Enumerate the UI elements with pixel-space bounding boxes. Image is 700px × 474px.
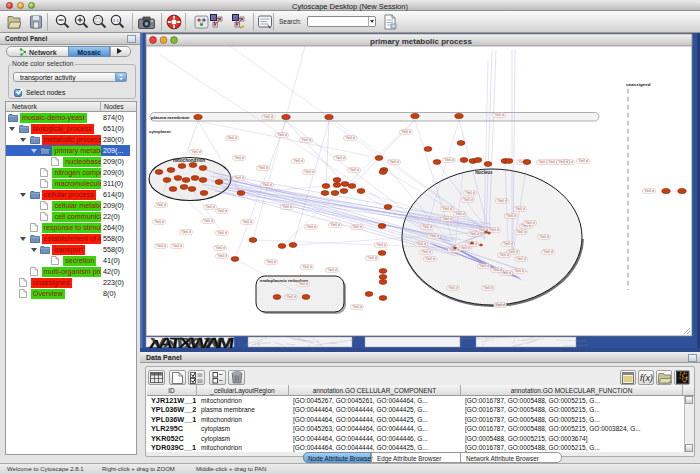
svg-text:Ybr0 d: Ybr0 d [401, 130, 411, 134]
svg-text:Ybr0 d: Ybr0 d [172, 244, 182, 248]
svg-text:Ybr0 d: Ybr0 d [503, 242, 513, 246]
svg-text:Ybr0 d: Ybr0 d [492, 268, 502, 272]
svg-text:unassigned: unassigned [626, 82, 651, 87]
svg-text:Ybr0 d: Ybr0 d [203, 219, 213, 223]
svg-text:Ybr0 d: Ybr0 d [514, 269, 524, 273]
svg-text:Ybr0 d: Ybr0 d [367, 256, 377, 260]
svg-text:Ybr0 d: Ybr0 d [258, 166, 268, 170]
svg-text:Ybr0 d: Ybr0 d [293, 159, 303, 163]
svg-text:Ybr0 d: Ybr0 d [444, 158, 454, 162]
svg-text:Ybr0 d: Ybr0 d [495, 303, 505, 307]
svg-text:Ybr0 d: Ybr0 d [306, 225, 316, 229]
svg-text:Ybr0 d: Ybr0 d [349, 168, 359, 172]
svg-text:Ybr0 d: Ybr0 d [154, 220, 164, 224]
svg-text:Ybr0 d: Ybr0 d [330, 223, 340, 227]
svg-text:Ybr0 d: Ybr0 d [217, 209, 227, 213]
svg-text:Ybr0 d: Ybr0 d [286, 295, 296, 299]
svg-text:Ybr0 d: Ybr0 d [644, 189, 654, 193]
svg-text:Ybr0 d: Ybr0 d [469, 232, 479, 236]
svg-text:Ybr0 d: Ybr0 d [234, 156, 244, 160]
svg-text:Ybr0 d: Ybr0 d [217, 231, 227, 235]
svg-text:Ybr0 d: Ybr0 d [422, 225, 432, 229]
svg-text:Ybr0 d: Ybr0 d [429, 234, 439, 238]
svg-text:nucleus: nucleus [475, 170, 493, 175]
svg-text:1:1: 1:1 [113, 18, 119, 23]
svg-text:Ybr0 d: Ybr0 d [425, 257, 435, 261]
svg-text:Ybr0 d: Ybr0 d [479, 264, 489, 268]
svg-text:Ybr0 d: Ybr0 d [578, 159, 588, 163]
svg-text:Ybr0 d: Ybr0 d [205, 205, 215, 209]
svg-text:Ybr0 d: Ybr0 d [525, 221, 535, 225]
svg-text:Ybr0 d: Ybr0 d [352, 225, 362, 229]
svg-text:Ybr0 d: Ybr0 d [227, 136, 237, 140]
svg-text:Ybr0 d: Ybr0 d [539, 235, 549, 239]
svg-text:Ybr0 d: Ybr0 d [234, 176, 244, 180]
svg-text:Ybr0 d: Ybr0 d [345, 136, 355, 140]
svg-text:Ybr0 d: Ybr0 d [262, 183, 272, 187]
svg-text:Ybr0 d: Ybr0 d [465, 191, 475, 195]
svg-text:Ybr0 d: Ybr0 d [215, 246, 225, 250]
svg-text:Ybr0 d: Ybr0 d [506, 214, 516, 218]
svg-text:Ybr0 d: Ybr0 d [499, 253, 509, 257]
svg-text:cytoplasm: cytoplasm [149, 129, 171, 134]
svg-text:Ybr0 d: Ybr0 d [494, 113, 504, 117]
svg-text:Ybr0 d: Ybr0 d [217, 254, 227, 258]
svg-text:Ybr0 d: Ybr0 d [463, 198, 473, 202]
svg-text:Ybr0 d: Ybr0 d [335, 156, 345, 160]
svg-text:Ybr0 d: Ybr0 d [301, 138, 311, 142]
svg-text:Ybr0 d: Ybr0 d [448, 286, 458, 290]
svg-text:mitochondrion: mitochondrion [173, 158, 205, 163]
svg-text:Ybr0 d: Ybr0 d [483, 286, 493, 290]
svg-text:Ybr0 d: Ybr0 d [181, 230, 191, 234]
svg-text:Ybr0 d: Ybr0 d [442, 217, 452, 221]
svg-text:Ybr0 d: Ybr0 d [277, 133, 287, 137]
svg-text:Ybr0 d: Ybr0 d [515, 207, 525, 211]
svg-text:Ybr0 d: Ybr0 d [298, 282, 308, 286]
svg-text:Ybr0 d: Ybr0 d [302, 265, 312, 269]
svg-text:Ybr0 d: Ybr0 d [516, 257, 526, 261]
svg-text:Ybr0 d: Ybr0 d [416, 242, 426, 246]
svg-text:Ybr0 d: Ybr0 d [352, 305, 362, 309]
svg-text:Ybr0 d: Ybr0 d [455, 212, 465, 216]
svg-text:Ybr0 d: Ybr0 d [376, 243, 386, 247]
svg-text:Ybr0 d: Ybr0 d [263, 115, 273, 119]
svg-text:primary metabolic process: primary metabolic process [370, 37, 472, 46]
svg-text:Ybr0 d: Ybr0 d [304, 170, 314, 174]
svg-text:Ybr0 d: Ybr0 d [489, 228, 499, 232]
svg-text:Ybr0 d: Ybr0 d [389, 160, 399, 164]
svg-text:Ybr0 d: Ybr0 d [497, 199, 507, 203]
svg-text:VʌTXƲW: VʌTXƲW [150, 335, 235, 350]
svg-text:Ybr0 d: Ybr0 d [543, 250, 553, 254]
svg-text:Ybr0 d: Ybr0 d [558, 160, 568, 164]
svg-text:Ybr0 d: Ybr0 d [242, 220, 252, 224]
svg-text:Ybr0 d: Ybr0 d [266, 260, 276, 264]
svg-text:Ybr0 d: Ybr0 d [516, 230, 526, 234]
svg-text:Ybr0 d: Ybr0 d [156, 203, 166, 207]
svg-text:Ybr0 d: Ybr0 d [156, 244, 166, 248]
svg-text:Ybr0 d: Ybr0 d [282, 205, 292, 209]
svg-text:Ybr0 d: Ybr0 d [327, 268, 337, 272]
svg-text:f(x): f(x) [640, 373, 653, 383]
svg-text:plasma membrane: plasma membrane [151, 115, 190, 120]
svg-text:Ybr0 d: Ybr0 d [460, 246, 470, 250]
svg-text:Ybr0 d: Ybr0 d [421, 250, 431, 254]
svg-text:Ybr0 d: Ybr0 d [191, 150, 201, 154]
svg-text:Ybr0 d: Ybr0 d [442, 207, 452, 211]
